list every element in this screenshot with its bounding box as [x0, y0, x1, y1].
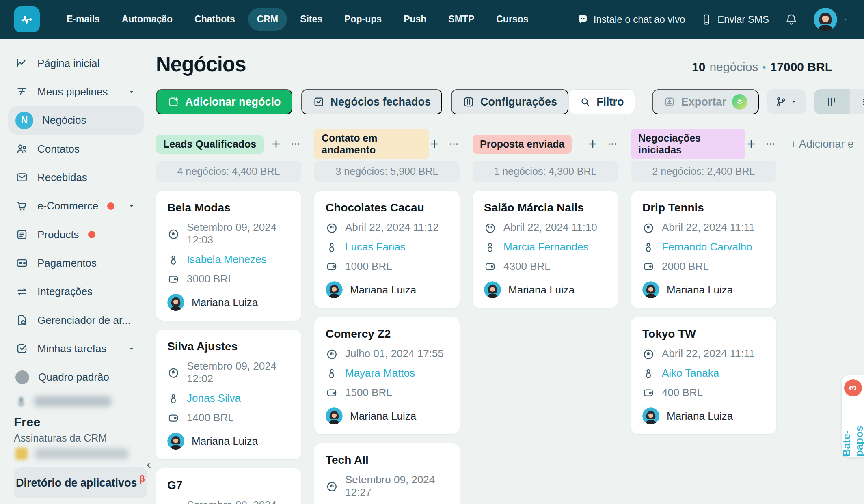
- export-button[interactable]: Exportar: [652, 89, 759, 114]
- nav-item-automacao[interactable]: Automação: [113, 8, 181, 31]
- wallet-icon: [167, 273, 179, 285]
- sidebar-item-label: Minhas tarefas: [37, 342, 107, 355]
- nav-item-chatbots[interactable]: Chatbots: [186, 8, 244, 31]
- cart-icon: [15, 200, 28, 213]
- sidebar-collapse-chevron[interactable]: ‹: [147, 457, 151, 471]
- app-logo[interactable]: [14, 6, 40, 32]
- install-live-chat-link[interactable]: Instale o chat ao vivo: [577, 13, 685, 26]
- deal-date: Setembro 09, 2024 12:29: [187, 499, 290, 504]
- deal-title: Bela Modas: [167, 201, 290, 214]
- sidebar-item-gerenciador-arquivos[interactable]: Gerenciador de ar...: [8, 306, 144, 334]
- chats-widget-tab[interactable]: 3 Bate-papos: [842, 375, 864, 457]
- plus-icon: [429, 138, 440, 150]
- add-deal-to-stage-button[interactable]: [429, 138, 440, 150]
- nav-item-push[interactable]: Push: [395, 8, 435, 31]
- contact-person-icon: [167, 254, 179, 266]
- stage-menu-button[interactable]: [607, 138, 618, 150]
- deal-card[interactable]: Silva Ajustes Setembro 09, 2024 12:02 Jo…: [156, 330, 301, 459]
- deal-title: Comercy Z2: [326, 327, 448, 340]
- sidebar-item-products[interactable]: Products: [8, 220, 144, 249]
- sidebar-item-recebidas[interactable]: Recebidas: [8, 163, 144, 192]
- nav-item-cursos[interactable]: Cursos: [487, 8, 537, 31]
- sidebar-item-contatos[interactable]: Contatos: [8, 135, 144, 163]
- sidebar-item-meus-pipelines[interactable]: Meus pipelines: [8, 78, 144, 106]
- deal-card[interactable]: Salão Márcia Nails Abril 22, 2024 11:10 …: [473, 191, 618, 308]
- deal-date: Setembro 09, 2024 12:03: [187, 221, 290, 246]
- nav-item-popups[interactable]: Pop-ups: [335, 8, 391, 31]
- kanban-view-button[interactable]: [814, 89, 850, 114]
- sidebar-item-pagina-inicial[interactable]: Página inicial: [8, 49, 144, 78]
- kanban-column-proposta-enviada: Proposta enviada 1 negócios: 4,300 BRL S…: [473, 135, 618, 308]
- deal-date-icon: [326, 348, 338, 360]
- closed-deals-label: Negócios fechados: [330, 96, 431, 108]
- deal-contact-link[interactable]: Marcia Fernandes: [503, 241, 589, 253]
- deal-card[interactable]: Comercy Z2 Julho 01, 2024 17:55 Mayara M…: [314, 317, 460, 434]
- closed-deals-button[interactable]: Negócios fechados: [301, 89, 443, 114]
- stage-pill[interactable]: Leads Qualificados: [156, 135, 264, 154]
- deal-card[interactable]: Bela Modas Setembro 09, 2024 12:03 Isabe…: [156, 191, 301, 321]
- owner-avatar: [167, 294, 184, 311]
- deal-contact-link[interactable]: Fernando Carvalho: [662, 241, 752, 253]
- deal-card[interactable]: Tech All Setembro 09, 2024 12:27 Juliana…: [314, 443, 460, 504]
- deal-date: Abril 22, 2024 11:11: [662, 347, 755, 360]
- wallet-icon: [167, 412, 179, 424]
- deal-title: Silva Ajustes: [167, 340, 290, 353]
- deal-title: Salão Márcia Nails: [484, 201, 607, 214]
- automation-flow-button[interactable]: [767, 89, 806, 114]
- user-menu[interactable]: [814, 8, 850, 31]
- deal-contact-link[interactable]: Aiko Tanaka: [662, 367, 719, 379]
- deal-contact-link[interactable]: Lucas Farias: [345, 241, 406, 253]
- deal-card[interactable]: G7 Setembro 09, 2024 12:29 Gabriel Mille…: [156, 468, 301, 504]
- deal-card[interactable]: Chocolates Cacau Abril 22, 2024 11:12 Lu…: [314, 191, 460, 308]
- wallet-icon: [484, 261, 496, 273]
- stage-pill[interactable]: Negociações iniciadas: [631, 129, 745, 159]
- deal-card[interactable]: Drip Tennis Abril 22, 2024 11:11 Fernand…: [631, 191, 776, 308]
- add-deal-button[interactable]: Adicionar negócio: [156, 89, 292, 114]
- add-deal-to-stage-button[interactable]: [745, 138, 757, 150]
- settings-label: Configurações: [480, 96, 557, 108]
- products-icon: [15, 228, 28, 241]
- stage-pill[interactable]: Proposta enviada: [473, 135, 572, 154]
- deal-contact-link[interactable]: Mayara Mattos: [345, 367, 415, 379]
- list-view-button[interactable]: [850, 89, 864, 114]
- add-stage-button[interactable]: + Adicionar e: [790, 135, 854, 151]
- actions-toolbar: Adicionar negócio Negócios fechados Conf…: [156, 89, 832, 114]
- add-deal-to-stage-button[interactable]: [270, 138, 282, 150]
- wallet-icon: [326, 261, 338, 273]
- notifications-bell-icon[interactable]: [784, 13, 798, 26]
- pulse-logo-icon: [19, 11, 35, 28]
- settings-button[interactable]: Configurações: [451, 89, 568, 114]
- deal-card[interactable]: Tokyo TW Abril 22, 2024 11:11 Aiko Tanak…: [631, 317, 776, 434]
- deal-contact-link[interactable]: Isabela Menezes: [187, 253, 267, 266]
- stage-summary: 4 negócios: 4,400 BRL: [156, 161, 301, 182]
- sidebar-item-pagamentos[interactable]: Pagamentos: [8, 249, 144, 277]
- deal-contact-link[interactable]: Jonas Silva: [187, 392, 241, 405]
- stage-menu-button[interactable]: [290, 138, 301, 150]
- app-directory-button[interactable]: Diretório de aplicativos β: [14, 467, 147, 498]
- sidebar-item-minhas-tarefas[interactable]: Minhas tarefas: [8, 334, 144, 363]
- stage-pill[interactable]: Contato em andamento: [314, 129, 429, 159]
- nav-item-smtp[interactable]: SMTP: [439, 8, 483, 31]
- send-sms-label: Enviar SMS: [717, 14, 769, 25]
- sidebar-item-label: Recebidas: [37, 171, 87, 184]
- search-icon: [579, 96, 591, 108]
- sidebar-item-integracoes[interactable]: Integrações: [8, 278, 144, 306]
- add-deal-to-stage-button[interactable]: [587, 138, 598, 150]
- filter-button[interactable]: Filtro: [568, 89, 635, 114]
- deal-amount: 1400 BRL: [187, 411, 234, 424]
- send-sms-link[interactable]: Enviar SMS: [700, 13, 769, 26]
- sidebar-item-quadro-padrao[interactable]: Quadro padrão: [8, 363, 144, 392]
- sidebar-item-ecommerce[interactable]: e-Commerce: [8, 192, 144, 220]
- stage-menu-button[interactable]: [448, 138, 460, 150]
- deal-date-icon: [167, 366, 179, 379]
- nav-item-emails[interactable]: E-mails: [58, 8, 109, 31]
- deal-date: Julho 01, 2024 17:55: [345, 347, 444, 360]
- kanban-column-leads-qualificados: Leads Qualificados 4 negócios: 4,400 BRL…: [156, 135, 301, 504]
- nav-item-crm[interactable]: CRM: [248, 8, 287, 31]
- stage-menu-button[interactable]: [765, 138, 776, 150]
- nav-item-sites[interactable]: Sites: [291, 8, 331, 31]
- sidebar-item-negocios[interactable]: N Negócios: [8, 106, 144, 135]
- deal-title: Chocolates Cacau: [326, 201, 448, 214]
- deal-date: Abril 22, 2024 11:12: [345, 221, 439, 234]
- deal-count-label: negócios: [709, 60, 758, 74]
